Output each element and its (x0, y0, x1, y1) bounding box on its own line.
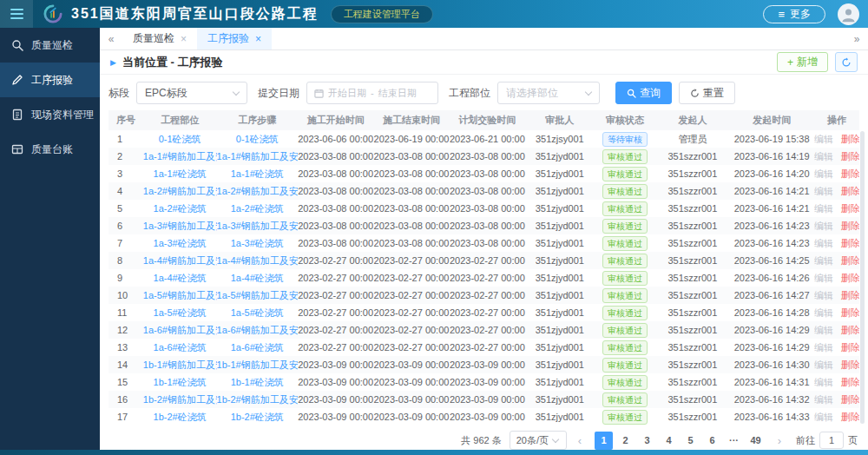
process-step-link[interactable]: 1a-4#砼浇筑 (231, 273, 284, 283)
refresh-button[interactable] (835, 52, 858, 72)
delete-link[interactable]: 删除 (841, 221, 859, 231)
reset-button[interactable]: 重置 (679, 82, 735, 104)
delete-link[interactable]: 删除 (841, 134, 859, 144)
edit-link[interactable]: 编辑 (814, 238, 833, 248)
process-step-link[interactable]: 1b-1#砼浇筑 (231, 377, 284, 387)
process-step-link[interactable]: 1a-2#砼浇筑 (231, 203, 284, 214)
edit-link[interactable]: 编辑 (814, 290, 833, 300)
sidebar-item-quality-inspection[interactable]: 质量巡检 (0, 28, 100, 63)
process-step-link[interactable]: 1b-2#钢筋加工及安装 (217, 394, 298, 405)
process-step-link[interactable]: 1a-6#砼浇筑 (231, 342, 284, 353)
project-part-link[interactable]: 1a-2#钢筋加工及安装 (143, 186, 217, 196)
delete-link[interactable]: 删除 (841, 273, 859, 283)
project-part-link[interactable]: 1a-5#砼浇筑 (154, 307, 207, 318)
project-part-link[interactable]: 1b-2#钢筋加工及安装 (143, 394, 217, 405)
user-avatar[interactable] (838, 3, 859, 25)
close-icon[interactable]: × (181, 33, 187, 45)
delete-link[interactable]: 删除 (841, 255, 859, 266)
edit-link[interactable]: 编辑 (814, 359, 833, 370)
process-step-link[interactable]: 1a-1#砼浇筑 (231, 168, 284, 179)
edit-link[interactable]: 编辑 (814, 151, 833, 162)
tabs-scroll-left-icon[interactable]: « (100, 28, 122, 49)
sidebar-item-site-documents[interactable]: 现场资料管理 (0, 97, 100, 132)
page-button[interactable]: 4 (660, 432, 678, 450)
delete-link[interactable]: 删除 (841, 394, 859, 405)
project-part-link[interactable]: 1a-6#砼浇筑 (154, 342, 207, 353)
project-part-link[interactable]: 1a-4#砼浇筑 (154, 273, 207, 283)
process-step-link[interactable]: 1a-1#钢筋加工及安装 (217, 151, 298, 162)
sidebar-item-quality-ledger[interactable]: 质量台账 (0, 132, 100, 167)
vertical-scrollbar[interactable] (860, 131, 865, 424)
project-part-link[interactable]: 1a-6#钢筋加工及安装 (143, 325, 217, 335)
edit-link[interactable]: 编辑 (814, 377, 833, 387)
delete-link[interactable]: 删除 (841, 186, 859, 196)
page-button[interactable]: 1 (595, 432, 613, 450)
edit-link[interactable]: 编辑 (814, 412, 833, 422)
edit-link[interactable]: 编辑 (814, 255, 833, 266)
date-range-input[interactable]: 开始日期 - 结束日期 (306, 82, 438, 104)
tabs-scroll-right-icon[interactable]: » (845, 28, 868, 49)
delete-link[interactable]: 删除 (841, 342, 859, 353)
project-part-link[interactable]: 1a-5#钢筋加工及安装 (143, 290, 217, 300)
project-part-link[interactable]: 1a-1#砼浇筑 (154, 168, 207, 179)
delete-link[interactable]: 删除 (841, 203, 859, 214)
process-step-link[interactable]: 1b-2#砼浇筑 (231, 412, 284, 422)
process-step-link[interactable]: 0-1砼浇筑 (236, 134, 279, 144)
project-part-link[interactable]: 0-1砼浇筑 (159, 134, 201, 144)
page-button[interactable]: 49 (746, 432, 765, 450)
sidebar-item-process-inspection[interactable]: 工序报验 (0, 63, 100, 97)
delete-link[interactable]: 删除 (841, 307, 859, 318)
project-part-link[interactable]: 1b-2#砼浇筑 (154, 412, 207, 422)
search-button[interactable]: 查询 (615, 82, 672, 104)
project-part-link[interactable]: 1a-3#砼浇筑 (154, 238, 207, 248)
next-page-icon[interactable]: › (773, 434, 786, 447)
section-select[interactable]: EPC标段 (136, 82, 247, 104)
process-step-link[interactable]: 1b-1#钢筋加工及安装 (217, 359, 298, 370)
prev-page-icon[interactable]: ‹ (573, 434, 587, 447)
edit-link[interactable]: 编辑 (814, 221, 833, 231)
edit-link[interactable]: 编辑 (814, 186, 833, 196)
page-size-select[interactable]: 20条/页 (510, 431, 567, 450)
page-button[interactable]: ··· (725, 432, 743, 450)
delete-link[interactable]: 删除 (841, 325, 859, 335)
page-button[interactable]: 5 (681, 432, 700, 450)
delete-link[interactable]: 删除 (841, 377, 859, 387)
delete-link[interactable]: 删除 (841, 168, 859, 179)
goto-page-input[interactable] (819, 432, 844, 449)
delete-link[interactable]: 删除 (841, 412, 859, 422)
tab-quality-inspection[interactable]: 质量巡检 × (122, 28, 197, 49)
project-part-link[interactable]: 1b-1#钢筋加工及安装 (143, 359, 217, 370)
project-part-link[interactable]: 1a-4#钢筋加工及安装 (143, 255, 217, 266)
edit-link[interactable]: 编辑 (814, 342, 833, 353)
process-step-link[interactable]: 1a-6#钢筋加工及安装 (217, 325, 298, 335)
delete-link[interactable]: 删除 (841, 359, 859, 370)
hamburger-menu-icon[interactable] (0, 0, 33, 28)
process-step-link[interactable]: 1a-5#钢筋加工及安装 (217, 290, 298, 300)
project-part-link[interactable]: 1b-1#砼浇筑 (154, 377, 207, 387)
delete-link[interactable]: 删除 (841, 290, 859, 300)
close-icon[interactable]: × (255, 33, 261, 45)
page-button[interactable]: 6 (703, 432, 721, 450)
more-button[interactable]: ≡ 更多 (763, 5, 825, 23)
delete-link[interactable]: 删除 (841, 151, 859, 162)
process-step-link[interactable]: 1a-3#钢筋加工及安装 (217, 221, 298, 231)
add-button[interactable]: + 新增 (777, 52, 828, 72)
project-part-link[interactable]: 1a-3#钢筋加工及安装 (143, 221, 217, 231)
edit-link[interactable]: 编辑 (814, 307, 833, 318)
tab-process-inspection[interactable]: 工序报验 × (197, 28, 272, 49)
process-step-link[interactable]: 1a-5#砼浇筑 (231, 307, 284, 318)
page-button[interactable]: 2 (616, 432, 635, 450)
part-select[interactable]: 请选择部位 (497, 82, 600, 104)
edit-link[interactable]: 编辑 (814, 394, 833, 405)
edit-link[interactable]: 编辑 (814, 134, 833, 144)
page-button[interactable]: 3 (638, 432, 656, 450)
edit-link[interactable]: 编辑 (814, 273, 833, 283)
edit-link[interactable]: 编辑 (814, 168, 833, 179)
delete-link[interactable]: 删除 (841, 238, 859, 248)
process-step-link[interactable]: 1a-4#钢筋加工及安装 (217, 255, 298, 266)
process-step-link[interactable]: 1a-2#钢筋加工及安装 (217, 186, 298, 196)
edit-link[interactable]: 编辑 (814, 325, 833, 335)
project-part-link[interactable]: 1a-2#砼浇筑 (154, 203, 207, 214)
process-step-link[interactable]: 1a-3#砼浇筑 (231, 238, 284, 248)
edit-link[interactable]: 编辑 (814, 203, 833, 214)
